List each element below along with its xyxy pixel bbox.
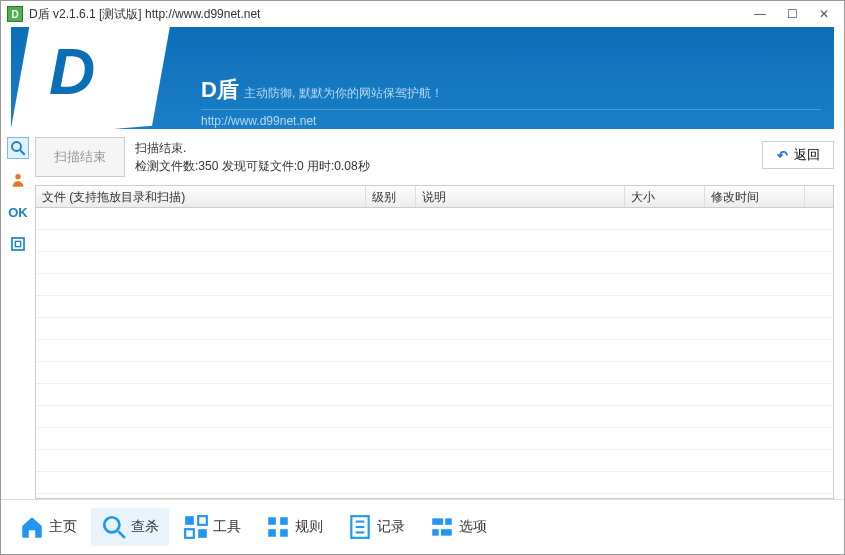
svg-rect-4 xyxy=(15,241,20,246)
sidebar-user-icon[interactable] xyxy=(7,169,29,191)
window-title: D盾 v2.1.6.1 [测试版] http://www.d99net.net xyxy=(29,6,742,23)
rules-icon xyxy=(265,514,291,540)
svg-rect-3 xyxy=(12,238,24,250)
undo-icon: ↶ xyxy=(777,148,788,163)
table-row xyxy=(36,230,833,252)
table-row xyxy=(36,450,833,472)
sidebar-square-icon[interactable] xyxy=(7,233,29,255)
col-date[interactable]: 修改时间 xyxy=(705,186,805,207)
logo: D xyxy=(11,27,181,129)
logs-icon xyxy=(347,514,373,540)
status-text: 扫描结束. 检测文件数:350 发现可疑文件:0 用时:0.08秒 xyxy=(135,137,752,175)
sidebar-search-icon[interactable] xyxy=(7,137,29,159)
col-pad xyxy=(805,186,833,207)
svg-rect-7 xyxy=(185,516,194,525)
nav-rules-label: 规则 xyxy=(295,518,323,536)
col-desc[interactable]: 说明 xyxy=(416,186,625,207)
nav-logs[interactable]: 记录 xyxy=(337,508,415,546)
svg-rect-21 xyxy=(432,529,439,536)
svg-point-5 xyxy=(104,517,119,532)
banner-name: D盾 xyxy=(201,75,239,105)
nav-rules[interactable]: 规则 xyxy=(255,508,333,546)
nav-scan-label: 查杀 xyxy=(131,518,159,536)
nav-tools[interactable]: 工具 xyxy=(173,508,251,546)
table-header: 文件 (支持拖放目录和扫描) 级别 说明 大小 修改时间 xyxy=(36,186,833,208)
svg-rect-9 xyxy=(185,529,194,538)
table-row xyxy=(36,362,833,384)
sidebar: OK xyxy=(1,129,35,499)
app-icon: D xyxy=(7,6,23,22)
table-row xyxy=(36,428,833,450)
maximize-button[interactable]: ☐ xyxy=(778,4,806,24)
scan-end-button: 扫描结束 xyxy=(35,137,125,177)
titlebar: D D盾 v2.1.6.1 [测试版] http://www.d99net.ne… xyxy=(1,1,844,27)
back-button-label: 返回 xyxy=(794,146,820,164)
svg-rect-13 xyxy=(268,529,276,537)
svg-rect-20 xyxy=(445,518,452,525)
nav-options-label: 选项 xyxy=(459,518,487,536)
svg-point-2 xyxy=(15,174,20,179)
minimize-button[interactable]: — xyxy=(746,4,774,24)
svg-line-6 xyxy=(118,531,125,538)
svg-rect-22 xyxy=(441,529,452,536)
table-body[interactable] xyxy=(36,208,833,494)
table-row xyxy=(36,274,833,296)
options-icon xyxy=(429,514,455,540)
tools-icon xyxy=(183,514,209,540)
status-row: 扫描结束 扫描结束. 检测文件数:350 发现可疑文件:0 用时:0.08秒 ↶… xyxy=(35,137,834,177)
banner-slogan: 主动防御, 默默为你的网站保驾护航！ xyxy=(244,85,443,102)
banner: D D盾 主动防御, 默默为你的网站保驾护航！ http://www.d99ne… xyxy=(11,27,834,129)
search-icon xyxy=(101,514,127,540)
svg-point-0 xyxy=(12,142,21,151)
svg-rect-11 xyxy=(268,517,276,525)
svg-rect-14 xyxy=(280,529,288,537)
svg-rect-8 xyxy=(198,516,207,525)
banner-url: http://www.d99net.net xyxy=(201,109,821,128)
table-row xyxy=(36,340,833,362)
svg-rect-19 xyxy=(432,518,443,525)
nav-scan[interactable]: 查杀 xyxy=(91,508,169,546)
status-line1: 扫描结束. xyxy=(135,139,752,157)
table-row xyxy=(36,318,833,340)
nav-logs-label: 记录 xyxy=(377,518,405,536)
home-icon xyxy=(19,514,45,540)
svg-line-1 xyxy=(20,150,25,155)
status-line2: 检测文件数:350 发现可疑文件:0 用时:0.08秒 xyxy=(135,157,752,175)
table-row xyxy=(36,296,833,318)
svg-rect-12 xyxy=(280,517,288,525)
nav-home-label: 主页 xyxy=(49,518,77,536)
results-table: 文件 (支持拖放目录和扫描) 级别 说明 大小 修改时间 xyxy=(35,185,834,499)
sidebar-ok-icon[interactable]: OK xyxy=(7,201,29,223)
table-row xyxy=(36,208,833,230)
nav-options[interactable]: 选项 xyxy=(419,508,497,546)
col-level[interactable]: 级别 xyxy=(366,186,416,207)
nav-tools-label: 工具 xyxy=(213,518,241,536)
col-size[interactable]: 大小 xyxy=(625,186,705,207)
nav-home[interactable]: 主页 xyxy=(9,508,87,546)
table-row xyxy=(36,406,833,428)
table-row xyxy=(36,472,833,494)
close-button[interactable]: ✕ xyxy=(810,4,838,24)
table-row xyxy=(36,252,833,274)
svg-rect-10 xyxy=(198,529,207,538)
back-button[interactable]: ↶ 返回 xyxy=(762,141,834,169)
bottom-nav: 主页 查杀 工具 规则 记录 选项 xyxy=(1,499,844,553)
table-row xyxy=(36,384,833,406)
col-file[interactable]: 文件 (支持拖放目录和扫描) xyxy=(36,186,366,207)
